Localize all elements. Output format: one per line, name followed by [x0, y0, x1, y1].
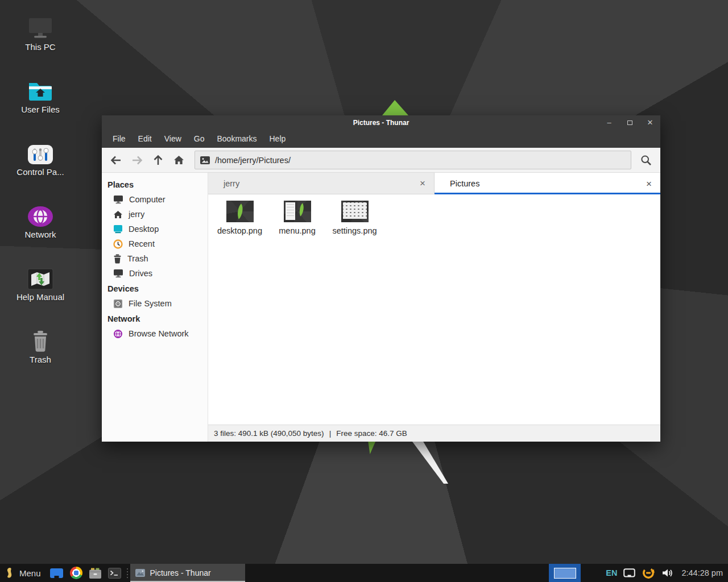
chrome-icon	[70, 567, 82, 579]
taskbar: Menu Pictures - Thunar EN 2:44:28 pm	[0, 564, 728, 582]
applications-menu-button[interactable]: Menu	[0, 564, 47, 582]
desktop-icon-label: Help Manual	[16, 292, 64, 302]
control-panel-icon	[27, 136, 53, 165]
close-icon[interactable]: ✕	[647, 119, 653, 126]
computer-icon	[113, 195, 123, 204]
toolbar: /home/jerry/Pictures/	[102, 148, 660, 173]
desktop-icon-this-pc[interactable]: This PC	[6, 11, 75, 74]
forward-button[interactable]	[126, 151, 147, 170]
menu-edit[interactable]: Edit	[132, 134, 158, 143]
up-button[interactable]	[147, 151, 168, 170]
help-manual-icon	[27, 261, 53, 290]
computer-icon	[27, 11, 53, 40]
workspace-switcher[interactable]	[549, 564, 581, 582]
sidebar-item-label: Desktop	[129, 225, 159, 234]
desktop-icon-label: Network	[24, 230, 56, 239]
wallpaper-logo-green-top	[382, 100, 408, 115]
launcher-file-cabinet[interactable]	[86, 564, 105, 582]
file-cabinet-icon	[89, 567, 102, 579]
sidebar-item-trash[interactable]: Trash	[102, 251, 208, 266]
sidebar-section-places: Places	[102, 177, 208, 192]
status-files-text: 3 files: 490.1 kB (490,050 bytes)	[214, 429, 324, 438]
sidebar-item-browse-network[interactable]: Browse Network	[102, 326, 208, 341]
sidebar: Places Computer jerry Desktop Recent Tra…	[102, 173, 208, 442]
tab-pictures[interactable]: Pictures ×	[435, 173, 660, 194]
status-bar: 3 files: 490.1 kB (490,050 bytes) | Free…	[208, 425, 660, 442]
keyboard-layout-indicator[interactable]: EN	[606, 568, 617, 577]
up-icon	[154, 155, 163, 165]
sidebar-item-file-system[interactable]: File System	[102, 296, 208, 311]
menu-icon	[5, 567, 14, 579]
window-title: Pictures - Thunar	[353, 119, 410, 127]
desktop-icon-network[interactable]: Network	[6, 199, 75, 261]
menu-help[interactable]: Help	[263, 134, 292, 143]
clock-icon	[113, 239, 123, 249]
window-controls: – ✕	[606, 115, 653, 130]
workspace-1[interactable]	[554, 568, 576, 579]
tab-close-icon[interactable]: ×	[420, 178, 425, 188]
forward-icon	[131, 156, 143, 165]
file-view[interactable]: desktop.png menu.png settings.png	[208, 194, 660, 425]
file-desktop-png[interactable]: desktop.png	[211, 201, 268, 235]
sidebar-item-recent[interactable]: Recent	[102, 236, 208, 251]
tab-jerry[interactable]: jerry ×	[208, 173, 435, 194]
launcher-terminal[interactable]	[105, 564, 125, 582]
desktop-icon-trash[interactable]: Trash	[6, 324, 75, 386]
tab-bar: jerry × Pictures ×	[208, 173, 660, 194]
file-settings-png[interactable]: settings.png	[326, 201, 383, 235]
volume-icon[interactable]	[661, 568, 673, 578]
content-pane: jerry × Pictures × desktop.png	[208, 173, 660, 442]
clock[interactable]: 2:44:28 pm	[681, 568, 723, 577]
home-button[interactable]	[168, 151, 189, 170]
window-titlebar[interactable]: Pictures - Thunar – ✕	[102, 115, 660, 130]
display-icon[interactable]	[623, 568, 635, 577]
update-icon[interactable]	[642, 566, 655, 580]
home-icon	[173, 155, 184, 165]
launcher-show-desktop[interactable]	[47, 564, 67, 582]
desktop-icon-help-manual[interactable]: Help Manual	[6, 261, 75, 324]
settings-screenshot-thumb	[341, 201, 369, 222]
task-button-label: Pictures - Thunar	[150, 568, 211, 577]
task-button-thunar[interactable]: Pictures - Thunar	[130, 564, 245, 582]
menubar: File Edit View Go Bookmarks Help	[102, 130, 660, 148]
menu-go[interactable]: Go	[188, 134, 211, 143]
back-button[interactable]	[105, 151, 126, 170]
sidebar-item-computer[interactable]: Computer	[102, 192, 208, 207]
desktop-icon-user-files[interactable]: User Files	[6, 74, 75, 136]
desktop-icon-label: This PC	[25, 42, 55, 52]
image-file-icon	[200, 156, 210, 164]
path-field[interactable]: /home/jerry/Pictures/	[195, 151, 631, 169]
sidebar-item-desktop[interactable]: Desktop	[102, 222, 208, 236]
menu-bookmarks[interactable]: Bookmarks	[210, 134, 263, 143]
tab-label: Pictures	[450, 179, 479, 188]
tab-close-icon[interactable]: ×	[646, 179, 652, 189]
desktop-icon-control-panel[interactable]: Control Pa...	[6, 136, 75, 199]
window-body: Places Computer jerry Desktop Recent Tra…	[102, 173, 660, 442]
file-name: desktop.png	[217, 226, 262, 235]
desktop-icon-label: User Files	[21, 105, 60, 114]
status-free-space: Free space: 46.7 GB	[336, 429, 407, 438]
harddisk-icon	[113, 299, 123, 309]
tasklist-handle[interactable]	[125, 564, 130, 582]
wallpaper-logo-white-streak	[411, 439, 448, 484]
network-globe-icon	[27, 199, 53, 227]
minimize-icon[interactable]: –	[606, 119, 613, 126]
file-name: menu.png	[279, 226, 316, 235]
menu-screenshot-thumb	[284, 201, 311, 222]
system-tray: EN 2:44:28 pm	[606, 564, 728, 582]
status-separator: |	[329, 429, 332, 438]
tab-label: jerry	[224, 179, 239, 188]
sidebar-item-drives[interactable]: Drives	[102, 266, 208, 281]
sidebar-item-jerry[interactable]: jerry	[102, 207, 208, 222]
thunar-window: Pictures - Thunar – ✕ File Edit View Go …	[102, 115, 660, 442]
search-button[interactable]	[635, 151, 657, 170]
maximize-icon[interactable]	[626, 120, 633, 125]
file-menu-png[interactable]: menu.png	[268, 201, 326, 235]
launcher-chrome[interactable]	[67, 564, 86, 582]
menu-file[interactable]: File	[106, 134, 132, 143]
sidebar-item-label: Recent	[129, 239, 155, 248]
menu-view[interactable]: View	[158, 134, 188, 143]
drives-icon	[113, 269, 123, 278]
file-name: settings.png	[332, 226, 377, 235]
search-icon	[640, 155, 652, 166]
